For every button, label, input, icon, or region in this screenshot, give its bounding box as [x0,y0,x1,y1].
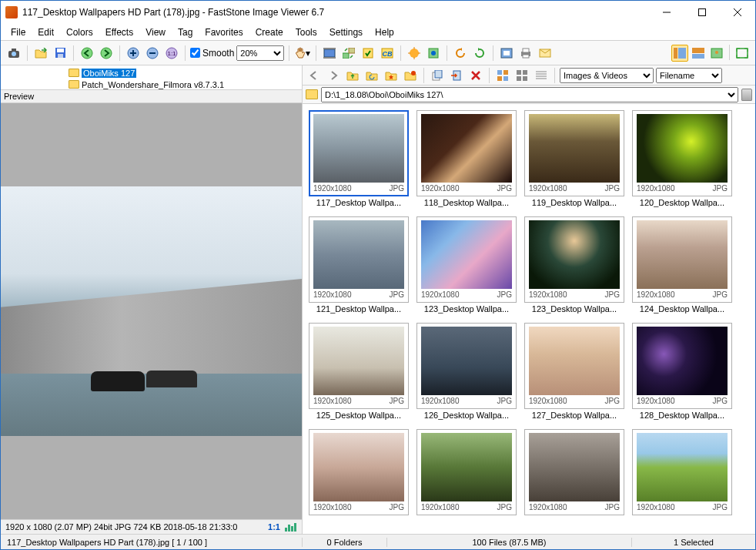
history-forward-icon[interactable] [325,67,342,84]
svg-point-24 [410,49,419,58]
thumbnail-item[interactable]: 1920x1080JPG118_Desktop Wallpa... [416,110,517,207]
folder-icon [69,80,79,89]
zoom-actual-icon[interactable]: 1:1 [163,45,180,62]
menu-tools[interactable]: Tools [290,25,323,39]
nav-back-icon[interactable] [79,45,95,62]
thumbnail-item[interactable]: 1920x1080JPG126_Desktop Wallpa... [416,323,517,420]
compare-icon[interactable] [340,45,357,62]
smooth-checkbox[interactable]: Smooth [190,48,234,59]
trash-icon[interactable] [741,89,752,101]
svg-rect-35 [523,55,529,58]
builder-icon[interactable]: CB [379,45,396,62]
copy-to-icon[interactable] [429,67,446,84]
thumbnail-grid[interactable]: 1920x1080JPG117_Desktop Wallpa...1920x10… [303,104,755,534]
save-icon[interactable] [52,45,69,62]
folder-new-icon[interactable] [402,67,419,84]
color-adjust-icon[interactable] [406,45,423,62]
thumb-ext: JPG [390,290,404,299]
folder-fav-icon[interactable] [383,67,400,84]
thumbnail-item[interactable]: 1920x1080JPG [416,429,517,515]
wallpaper-icon[interactable] [498,45,515,62]
histogram-icon[interactable] [285,522,297,532]
thumbnail-image [529,220,620,289]
thumbnail-item[interactable]: 1920x1080JPG [524,429,624,515]
thumbnail-item[interactable]: 1920x1080JPG127_Desktop Wallpa... [524,323,624,420]
menu-tag[interactable]: Tag [172,25,198,39]
rotate-left-icon[interactable] [452,45,469,62]
svg-point-42 [715,51,718,54]
menu-help[interactable]: Help [370,25,400,39]
thumbnail-item[interactable]: 1920x1080JPG [632,429,732,515]
svg-rect-39 [692,48,704,53]
thumb-ext: JPG [497,184,512,193]
thumbnail-item[interactable]: 1920x1080JPG120_Desktop Wallpa... [632,110,732,207]
maximize-button[interactable] [684,1,720,24]
svg-rect-52 [497,70,502,75]
zoom-ratio[interactable]: 1:1 [268,522,280,532]
thumbnail-item[interactable]: 1920x1080JPG121_Desktop Wallpa... [309,216,409,314]
thumb-ext: JPG [497,397,512,405]
move-to-icon[interactable] [448,67,465,84]
fullscreen-icon[interactable] [734,45,751,62]
hand-icon[interactable]: ▾ [294,45,311,62]
svg-rect-1 [699,9,706,16]
status-files: 100 Files (87.5 MB) [387,538,632,547]
delete-icon[interactable] [467,67,484,84]
thumbnail-item[interactable]: 1920x1080JPG [309,429,409,515]
close-button[interactable] [720,1,755,24]
folder-icon [69,69,79,77]
thumbnail-item[interactable]: 1920x1080JPG124_Desktop Wallpa... [632,216,732,314]
menu-settings[interactable]: Settings [324,25,368,39]
email-icon[interactable] [537,45,554,62]
path-select[interactable]: D:\1_18.08\Oboi\OboiMiks 127\ [321,87,738,102]
nav-forward-icon[interactable] [98,45,115,62]
svg-rect-56 [517,70,521,75]
thumb-ext: JPG [713,184,728,193]
thumbnail-item[interactable]: 1920x1080JPG123_Desktop Wallpa... [524,216,624,314]
preview-area[interactable] [1,103,302,519]
acquire-icon[interactable] [5,45,22,62]
thumbnail-item[interactable]: 1920x1080JPG123_Desktop Wallpa... [416,216,517,314]
menu-effects[interactable]: Effects [100,25,139,39]
menu-edit[interactable]: Edit [32,25,59,39]
svg-rect-38 [678,48,686,59]
view-details-icon[interactable] [533,67,550,84]
folder-tree[interactable]: OboiMiks 127 Patch_Wondershare_Filmora v… [1,65,302,90]
view-thumbnails-icon[interactable] [513,67,530,84]
thumbnail-item[interactable]: 1920x1080JPG128_Desktop Wallpa... [632,323,732,420]
resize-icon[interactable] [425,45,442,62]
svg-rect-46 [291,526,293,532]
minimize-button[interactable] [649,1,684,24]
thumbnail-item[interactable]: 1920x1080JPG117_Desktop Wallpa... [309,110,409,207]
svg-rect-40 [692,54,704,59]
zoom-out-icon[interactable] [144,45,161,62]
view-thumb-preview-icon[interactable] [690,45,707,62]
folder-up-icon[interactable] [344,67,361,84]
menubar: File Edit Colors Effects View Tag Favori… [1,24,755,41]
rotate-right-icon[interactable] [471,45,488,62]
menu-view[interactable]: View [140,25,171,39]
history-back-icon[interactable] [306,67,323,84]
select-all-icon[interactable] [494,67,511,84]
svg-rect-9 [58,54,63,58]
open-icon[interactable] [32,45,49,62]
thumb-filename: 126_Desktop Wallpa... [416,409,517,420]
zoom-select[interactable]: 20% [236,45,284,61]
menu-favorites[interactable]: Favorites [199,25,248,39]
thumbnail-item[interactable]: 1920x1080JPG119_Desktop Wallpa... [524,110,624,207]
svg-rect-44 [285,528,287,532]
zoom-in-icon[interactable] [125,45,142,62]
menu-colors[interactable]: Colors [61,25,99,39]
sort-select[interactable]: Filename [656,68,722,83]
print-icon[interactable] [517,45,534,62]
view-image-only-icon[interactable] [708,45,725,62]
tag-icon[interactable] [360,45,376,62]
filter-select[interactable]: Images & Videos [560,68,654,83]
menu-create[interactable]: Create [250,25,289,39]
thumbnail-item[interactable]: 1920x1080JPG125_Desktop Wallpa... [309,323,409,420]
slideshow-icon[interactable] [321,45,338,62]
menu-file[interactable]: File [5,25,31,39]
folder-refresh-icon[interactable] [363,67,380,84]
view-thumb-browser-icon[interactable] [671,45,688,62]
thumbnail-image [313,327,404,395]
